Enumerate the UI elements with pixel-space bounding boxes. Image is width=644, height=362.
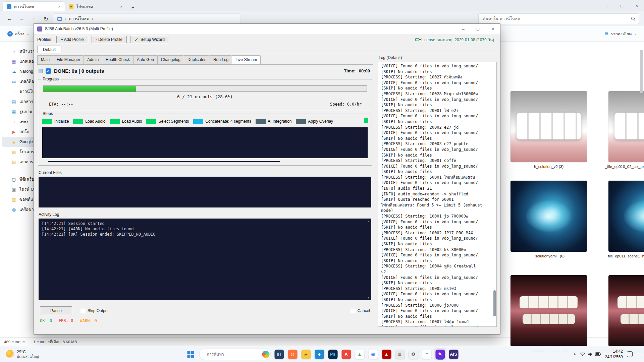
minimize-button[interactable]: – [456, 24, 471, 34]
pause-button[interactable]: Pause [40, 306, 72, 315]
weather-temp: 29°C [17, 350, 39, 354]
refresh-button[interactable]: ↻ [41, 14, 51, 24]
forward-button[interactable]: → [17, 14, 27, 24]
file-thumbnail[interactable] [511, 275, 587, 346]
new-button[interactable]: + สร้าง ⌄ [7, 31, 29, 37]
main-tab[interactable]: File Manager [53, 55, 84, 64]
main-tab[interactable]: Live Stream [232, 55, 261, 65]
maximize-button[interactable]: □ [614, 0, 629, 11]
file-item[interactable]: h_solution_v2 (3) [506, 91, 591, 169]
app-glyph: ▰ [301, 350, 311, 359]
file-item[interactable]: _file_ep010_02_six_teeth_brush_solution_… [604, 91, 644, 169]
scroll-down-icon[interactable]: ▾ [368, 296, 369, 299]
log-panel[interactable]: [VOICE] Found 0 files in vdo_long_sound/… [378, 62, 497, 327]
taskbar-app-icon[interactable]: ▲ [380, 348, 393, 360]
stop-button[interactable] [39, 69, 43, 73]
file-item[interactable]: _solutionyaml_ (6) [506, 181, 591, 264]
monitor-icon [57, 17, 62, 21]
taskbar-app-icon[interactable]: ⚙ [407, 348, 420, 360]
checkbox-icon[interactable] [351, 309, 355, 313]
explorer-tab-downloads[interactable]: ↓ ดาวน์โหลด × [3, 2, 65, 11]
minimize-button[interactable]: – [600, 0, 614, 11]
taskbar-app-icon[interactable]: e [313, 348, 326, 360]
breadcrumb-folder[interactable]: ดาวน์โหลด [69, 15, 89, 22]
taskbar-app-icon[interactable]: ▰ [300, 348, 312, 360]
delete-profile-button[interactable]: - Delete Profile [92, 36, 127, 43]
activity-log-console[interactable]: [14:42:21] Session started [14:42:21] [W… [39, 219, 371, 300]
main-tab[interactable]: Health Check [102, 55, 133, 64]
taskbar-app-icon[interactable]: ▲ [354, 348, 366, 360]
weather-widget[interactable]: 29°C มีเมฆส่วนใหญ่ [3, 348, 42, 360]
scroll-up-icon[interactable]: ▴ [368, 220, 369, 223]
taskbar-app-icon[interactable]: A [340, 348, 353, 360]
main-tab[interactable]: Run Log [210, 55, 232, 64]
taskbar-app-icon[interactable]: ✎ [434, 348, 446, 360]
profile-tab-default[interactable]: Default [37, 46, 61, 53]
taskbar-app-icon[interactable]: AIS [447, 348, 460, 360]
tray-expand-icon[interactable]: ∧ [574, 352, 576, 356]
taskbar-app-icon[interactable]: ◧ [273, 348, 285, 360]
log-scrollbar[interactable] [493, 63, 496, 326]
step-color-swatch [193, 119, 203, 124]
file-thumbnail[interactable] [511, 91, 587, 162]
close-button[interactable]: × [629, 0, 644, 11]
windows-logo-icon [187, 351, 194, 358]
done-checkbox[interactable]: ✓ [46, 68, 51, 74]
taskbar-center: ◧ ◎ ▰ e Ps [184, 348, 460, 361]
file-thumbnail[interactable] [608, 181, 644, 252]
breadcrumb[interactable]: › ดาวน์โหลด › [53, 13, 241, 24]
maximize-button[interactable]: □ [471, 24, 485, 34]
taskbar-app-icon[interactable]: ≡ [421, 348, 433, 360]
explorer-scrollbar[interactable] [640, 45, 643, 334]
autobatch-title-bar[interactable]: SJ88 AutoBatch v26.5.3 (Multi-Profile) –… [34, 24, 500, 34]
details-view-button[interactable]: ≣ รายละเอียด ⌄ [605, 31, 637, 37]
taskbar-app-icon[interactable]: ◎ [286, 348, 299, 360]
status-row: ✓ DONE: 0s | 0 outputs Time: 00:00 [38, 67, 372, 76]
explorer-tab-programs[interactable]: ▰ โปรแกรม × [65, 2, 127, 11]
window-title: SJ88 AutoBatch v26.5.3 (Multi-Profile) [45, 26, 113, 31]
notification-center-icon[interactable] [627, 351, 633, 357]
taskbar-search-input[interactable] [206, 352, 260, 357]
skip-output-checkbox[interactable]: Skip Output [81, 308, 109, 313]
explorer-search-box[interactable] [478, 13, 639, 24]
explorer-search-input[interactable] [482, 16, 628, 21]
main-tab[interactable]: Main [37, 55, 53, 64]
close-tab-icon[interactable]: × [57, 4, 61, 9]
step-color-swatch [296, 119, 306, 124]
taskbar-app-icon[interactable]: ◉ [367, 348, 379, 360]
tab-label: ดาวน์โหลด [14, 3, 34, 10]
taskbar-clock[interactable]: 14:42 24/1/2569 [605, 349, 623, 359]
up-button[interactable]: ↑ [29, 14, 39, 24]
scrollbar-thumb[interactable] [493, 290, 496, 316]
main-tab[interactable]: Admin [84, 55, 102, 64]
details-icon: ≣ [605, 31, 608, 36]
main-tab[interactable]: Duplicates [184, 55, 210, 64]
eta-text: ETA: --:-- [49, 102, 73, 107]
add-profile-button[interactable]: + Add Profile [56, 36, 88, 43]
start-button[interactable] [184, 348, 197, 361]
profiles-label: Profiles: [37, 37, 52, 42]
checkbox-icon[interactable] [81, 309, 85, 313]
main-tab[interactable]: Auto Gen [133, 55, 157, 64]
taskbar-app-icon[interactable]: ≣ [394, 348, 406, 360]
taskbar-search[interactable] [199, 349, 271, 360]
new-tab-button[interactable]: + [129, 4, 137, 10]
file-thumbnail[interactable] [511, 181, 587, 252]
steps-scroll-track[interactable] [48, 161, 280, 162]
setup-wizard-button[interactable]: Setup Wizard [130, 36, 169, 43]
tray-icons[interactable] [580, 352, 601, 356]
file-thumbnail[interactable] [608, 91, 644, 162]
close-button[interactable]: × [485, 24, 500, 34]
sidebar-item-icon: ↓ [11, 89, 16, 94]
activity-log-scrollbar[interactable]: ▴ ▾ [366, 220, 370, 299]
file-item[interactable]: _file_ep011_scene1_hyperloop_problemyaml… [604, 181, 644, 264]
back-button[interactable]: ← [5, 14, 15, 24]
scrollbar-thumb[interactable] [640, 50, 643, 93]
file-thumbnail[interactable] [608, 275, 644, 346]
cancel-checkbox[interactable]: Cancel [351, 308, 370, 313]
steps-title: Steps [41, 111, 55, 116]
show-desktop-strip[interactable] [638, 348, 639, 360]
main-tab[interactable]: Changelog [157, 55, 184, 64]
taskbar-app-icon[interactable]: Ps [327, 348, 339, 360]
close-tab-icon[interactable]: × [119, 4, 123, 9]
